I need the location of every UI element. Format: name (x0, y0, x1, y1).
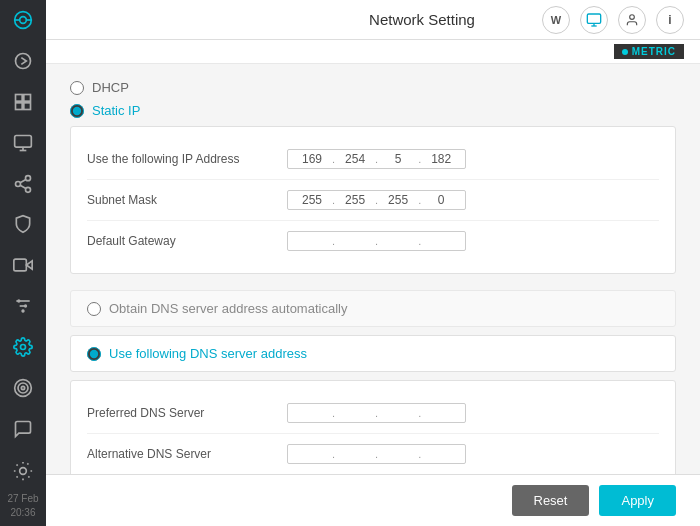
sidebar-item-system[interactable] (0, 450, 46, 492)
subnet-octet-2[interactable] (337, 193, 373, 207)
apply-button[interactable]: Apply (599, 485, 676, 516)
ip-address-input-group: . . . (287, 149, 466, 169)
ip-octet-2[interactable] (337, 152, 373, 166)
reset-button[interactable]: Reset (512, 485, 590, 516)
sidebar-item-share[interactable] (0, 163, 46, 204)
dhcp-option[interactable]: DHCP (70, 80, 676, 95)
svg-marker-17 (26, 261, 32, 269)
sidebar-item-home[interactable] (0, 0, 46, 41)
sidebar-bottom: 27 Feb20:36 (0, 408, 46, 526)
dns-auto-option[interactable]: Obtain DNS server address automatically (70, 290, 676, 327)
dns-manual-option[interactable]: Use following DNS server address (70, 335, 676, 372)
svg-rect-5 (16, 94, 23, 101)
subnet-label: Subnet Mask (87, 193, 287, 207)
gateway-label: Default Gateway (87, 234, 287, 248)
content-area: DHCP Static IP Use the following IP Addr… (46, 64, 700, 474)
svg-point-27 (18, 383, 28, 393)
sidebar-item-settings[interactable] (0, 326, 46, 367)
svg-point-13 (16, 181, 21, 186)
main-area: Network Setting W i METRIC (46, 0, 700, 526)
ip-address-label: Use the following IP Address (87, 152, 287, 166)
svg-point-28 (21, 386, 24, 389)
subnet-octet-1[interactable] (294, 193, 330, 207)
header: Network Setting W i (46, 0, 700, 40)
svg-rect-7 (16, 103, 23, 110)
svg-point-14 (26, 187, 31, 192)
svg-point-1 (20, 17, 27, 24)
preferred-dns-octet-1[interactable] (294, 406, 330, 420)
static-ip-label: Static IP (92, 103, 140, 118)
alternative-dns-octet-4[interactable] (423, 447, 459, 461)
metric-bar: METRIC (46, 40, 700, 64)
svg-rect-9 (15, 135, 32, 147)
sidebar-item-target[interactable] (0, 367, 46, 408)
gateway-octet-1[interactable] (294, 234, 330, 248)
svg-point-23 (24, 304, 27, 307)
svg-point-22 (17, 299, 20, 302)
svg-point-29 (20, 468, 27, 475)
preferred-dns-input-group: . . . (287, 403, 466, 423)
sidebar-item-playback[interactable] (0, 41, 46, 82)
sidebar: 27 Feb20:36 (0, 0, 46, 526)
static-ip-option[interactable]: Static IP (70, 103, 676, 118)
sidebar-item-camera[interactable] (0, 245, 46, 286)
page-title: Network Setting (302, 11, 542, 28)
static-ip-section: Use the following IP Address . . . Subne… (70, 126, 676, 274)
info-icon-button[interactable]: i (656, 6, 684, 34)
svg-point-24 (21, 309, 24, 312)
svg-line-15 (20, 185, 26, 188)
sidebar-item-layout[interactable] (0, 82, 46, 123)
dns-auto-label: Obtain DNS server address automatically (109, 301, 347, 316)
dns-auto-radio[interactable] (87, 302, 101, 316)
alternative-dns-row: Alternative DNS Server . . . (87, 434, 659, 474)
svg-point-33 (630, 14, 635, 19)
sidebar-datetime: 27 Feb20:36 (7, 492, 38, 526)
dhcp-label: DHCP (92, 80, 129, 95)
header-icons: W i (542, 6, 684, 34)
preferred-dns-octet-2[interactable] (337, 406, 373, 420)
gateway-input-group: . . . (287, 231, 466, 251)
preferred-dns-octet-4[interactable] (423, 406, 459, 420)
alternative-dns-octet-3[interactable] (380, 447, 416, 461)
user-icon-button[interactable] (618, 6, 646, 34)
dns-section: Preferred DNS Server . . . Alternative D… (70, 380, 676, 474)
dhcp-radio[interactable] (70, 81, 84, 95)
gateway-octet-3[interactable] (380, 234, 416, 248)
alternative-dns-label: Alternative DNS Server (87, 447, 287, 461)
metric-badge: METRIC (614, 44, 684, 59)
alternative-dns-octet-2[interactable] (337, 447, 373, 461)
alternative-dns-octet-1[interactable] (294, 447, 330, 461)
preferred-dns-label: Preferred DNS Server (87, 406, 287, 420)
gateway-row: Default Gateway . . . (87, 221, 659, 261)
sidebar-item-message[interactable] (0, 408, 46, 450)
preferred-dns-octet-3[interactable] (380, 406, 416, 420)
alternative-dns-input-group: . . . (287, 444, 466, 464)
static-ip-radio[interactable] (70, 104, 84, 118)
preferred-dns-row: Preferred DNS Server . . . (87, 393, 659, 434)
sidebar-item-security[interactable] (0, 204, 46, 245)
sidebar-item-filter[interactable] (0, 286, 46, 327)
dns-manual-radio[interactable] (87, 347, 101, 361)
sidebar-item-display[interactable] (0, 122, 46, 163)
ip-octet-4[interactable] (423, 152, 459, 166)
ip-octet-1[interactable] (294, 152, 330, 166)
svg-point-4 (16, 54, 31, 69)
svg-rect-8 (24, 103, 31, 110)
subnet-octet-3[interactable] (380, 193, 416, 207)
subnet-mask-row: Subnet Mask . . . (87, 180, 659, 221)
subnet-input-group: . . . (287, 190, 466, 210)
footer: Reset Apply (46, 474, 700, 526)
metric-dot (622, 49, 628, 55)
svg-rect-6 (24, 94, 31, 101)
svg-line-16 (20, 179, 26, 182)
subnet-octet-4[interactable] (423, 193, 459, 207)
svg-point-25 (21, 344, 26, 349)
w-icon-button[interactable]: W (542, 6, 570, 34)
svg-rect-18 (14, 259, 26, 271)
svg-point-12 (26, 175, 31, 180)
ip-octet-3[interactable] (380, 152, 416, 166)
ip-address-row: Use the following IP Address . . . (87, 139, 659, 180)
monitor-icon-button[interactable] (580, 6, 608, 34)
gateway-octet-2[interactable] (337, 234, 373, 248)
gateway-octet-4[interactable] (423, 234, 459, 248)
